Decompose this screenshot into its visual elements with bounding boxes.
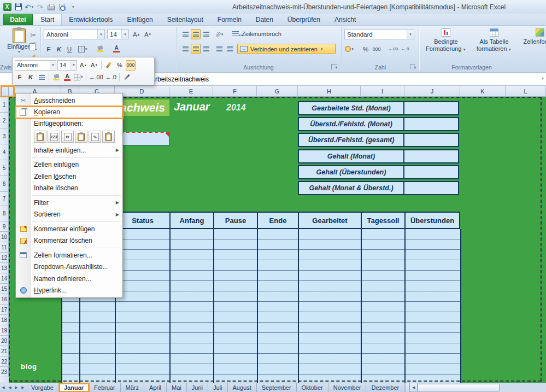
menu-item-zellen-formatieren[interactable]: Zellen formatieren... xyxy=(16,249,122,261)
paste-option-formeln[interactable]: fx xyxy=(61,131,74,143)
row-header-6[interactable]: 6 xyxy=(0,176,9,192)
row-header-2[interactable]: 2 xyxy=(0,113,9,128)
number-format-select[interactable]: Standard▼ xyxy=(344,29,414,39)
paste-option-formatierung[interactable] xyxy=(75,131,87,143)
excel-logo-icon[interactable] xyxy=(3,2,11,12)
row-header-18[interactable]: 18 xyxy=(0,315,9,325)
hscroll-thumb[interactable] xyxy=(418,384,500,391)
sheet-tab-dezember[interactable]: Dezember xyxy=(366,383,404,392)
row-header-20[interactable]: 20 xyxy=(0,336,9,346)
tab-ansicht[interactable]: Ansicht xyxy=(327,14,363,25)
row-header-4[interactable]: 4 xyxy=(0,144,9,160)
print-preview-button[interactable] xyxy=(57,2,66,12)
row-header-12[interactable]: 12 xyxy=(0,253,9,263)
menu-item-hyperlink[interactable]: Hyperlink... xyxy=(16,285,122,297)
menu-item-kommentar-einfuegen[interactable]: Kommentar einfügen xyxy=(16,223,122,235)
menu-item-dropdown-auswahlliste[interactable]: Dropdown-Auswahlliste... xyxy=(16,261,122,273)
comment-marked-cell[interactable] xyxy=(115,132,169,145)
sheet-tab-maerz[interactable]: März xyxy=(121,383,144,392)
comma-style-button[interactable]: 000 xyxy=(372,44,381,54)
fill-color-button[interactable] xyxy=(95,44,105,54)
sheet-tab-juli[interactable]: Juli xyxy=(208,383,228,392)
mini-center-button[interactable] xyxy=(37,72,46,83)
row-header-7[interactable]: 7 xyxy=(0,192,9,206)
row-header-3[interactable]: 3 xyxy=(0,128,9,144)
align-left-button[interactable] xyxy=(180,44,190,54)
mini-bold-button[interactable]: F xyxy=(15,72,25,83)
tab-formeln[interactable]: Formeln xyxy=(210,14,249,25)
last-sheet-button[interactable]: ▶ xyxy=(20,383,26,392)
row-header-22[interactable]: 22 xyxy=(0,356,9,367)
sheet-tab-juni[interactable]: Juni xyxy=(187,383,208,392)
row-header-5[interactable]: 5 xyxy=(0,160,9,176)
mini-grow-font-button[interactable]: A▴ xyxy=(78,60,88,71)
mini-font-color-button[interactable]: A xyxy=(62,72,72,83)
mini-percent-button[interactable]: % xyxy=(115,60,125,71)
mini-format-painter-button[interactable] xyxy=(104,60,114,71)
tab-daten[interactable]: Daten xyxy=(249,14,280,25)
font-size-select[interactable]: 14▼ xyxy=(107,29,129,39)
row-header-19[interactable]: 19 xyxy=(0,325,9,336)
cell-styles-button[interactable]: Zellenformat xyxy=(518,28,546,45)
row-header-1[interactable]: 1 xyxy=(0,97,9,113)
undo-button[interactable]: ↶▾ xyxy=(25,2,33,12)
column-header-d[interactable]: D xyxy=(115,86,169,97)
menu-item-inhalte-loeschen[interactable]: Inhalte löschen xyxy=(16,183,122,195)
mini-format-button[interactable] xyxy=(122,72,132,83)
format-as-table-button[interactable]: Als Tabelle formatieren▼ xyxy=(471,28,517,53)
increase-decimal-button[interactable]: →.00 xyxy=(387,44,398,54)
bold-button[interactable]: F xyxy=(44,44,54,54)
mini-decrease-decimal-button[interactable]: ←.0 xyxy=(105,72,117,83)
tab-ueberpruefen[interactable]: Überprüfen xyxy=(280,14,327,25)
column-header-k[interactable]: K xyxy=(460,86,506,97)
print-button[interactable] xyxy=(46,2,55,12)
mini-font-name-select[interactable]: Aharoni▼ xyxy=(15,60,56,71)
column-header-e[interactable]: E xyxy=(169,86,213,97)
borders-button[interactable]: ▾ xyxy=(78,44,88,54)
sheet-tab-april[interactable]: April xyxy=(144,383,167,392)
menu-item-zellen-loeschen[interactable]: Zellen löschen xyxy=(16,171,122,183)
copy-button[interactable] xyxy=(28,41,38,51)
mini-fill-color-button[interactable] xyxy=(51,72,61,83)
row-header-16[interactable]: 16 xyxy=(0,294,9,305)
number-dialog-launcher[interactable] xyxy=(410,64,415,69)
column-header-l[interactable]: L xyxy=(506,86,546,97)
decrease-indent-button[interactable] xyxy=(214,44,224,54)
increase-indent-button[interactable] xyxy=(225,44,234,54)
row-header-17[interactable]: 17 xyxy=(0,305,9,315)
customize-qat-button[interactable]: ▾ xyxy=(68,2,77,12)
align-right-button[interactable] xyxy=(201,44,211,54)
row-header-14[interactable]: 14 xyxy=(0,273,9,284)
font-name-select[interactable]: Aharoni▼ xyxy=(44,29,105,39)
sheet-tab-september[interactable]: September xyxy=(257,383,297,392)
paste-option-werte[interactable]: 123 xyxy=(48,131,60,143)
shrink-font-button[interactable]: A▾ xyxy=(143,29,152,39)
row-header-21[interactable]: 21 xyxy=(0,346,9,356)
column-header-g[interactable]: G xyxy=(257,86,298,97)
row-header-11[interactable]: 11 xyxy=(0,242,9,253)
paste-option-einfuegen[interactable] xyxy=(34,131,46,143)
cut-button[interactable]: ✂ xyxy=(28,30,38,40)
redo-button[interactable]: ↷ xyxy=(36,2,44,12)
summary-value-cell[interactable] xyxy=(403,117,459,131)
mini-comma-style-button[interactable]: 000 xyxy=(126,60,136,71)
row-header-15[interactable]: 15 xyxy=(0,284,9,294)
mini-shrink-font-button[interactable]: A▾ xyxy=(89,60,99,71)
summary-value-cell[interactable] xyxy=(403,149,459,163)
accounting-format-button[interactable]: ▾ xyxy=(344,44,354,54)
align-center-button[interactable] xyxy=(191,44,201,54)
save-button[interactable] xyxy=(14,2,22,12)
tab-seitenlayout[interactable]: Seitenlayout xyxy=(160,14,210,25)
tab-einfuegen[interactable]: Einfügen xyxy=(120,14,160,25)
next-sheet-button[interactable]: ▶ xyxy=(13,383,20,392)
italic-button[interactable]: K xyxy=(54,44,64,54)
menu-item-sortieren[interactable]: Sortieren▶ xyxy=(16,209,122,221)
summary-value-cell[interactable] xyxy=(403,133,459,147)
mini-borders-button[interactable]: ▾ xyxy=(73,72,84,83)
font-color-button[interactable]: A xyxy=(111,44,121,54)
menu-item-namen-definieren[interactable]: Namen definieren... xyxy=(16,273,122,285)
row-header-8[interactable]: 8 xyxy=(0,206,9,221)
mini-font-size-select[interactable]: 14▼ xyxy=(57,60,77,71)
row-header-23[interactable]: 23 xyxy=(0,367,9,377)
alignment-dialog-launcher[interactable] xyxy=(331,64,337,69)
